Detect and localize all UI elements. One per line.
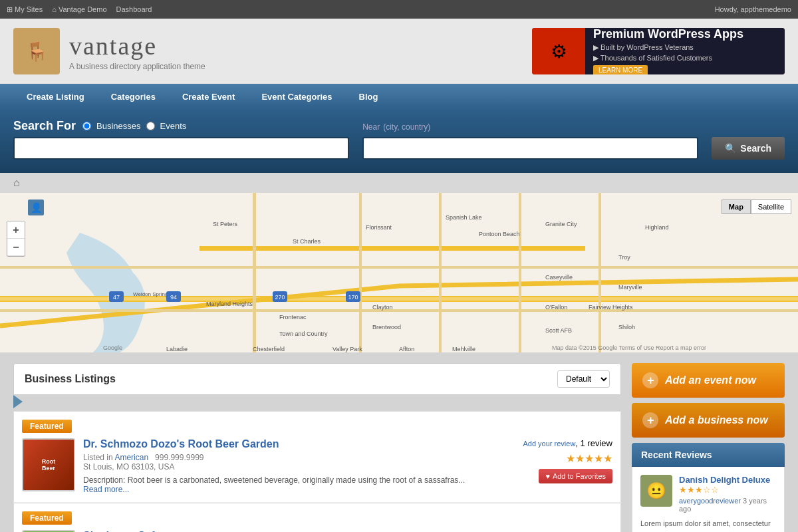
svg-text:Maryville: Maryville: [618, 284, 642, 291]
near-group: Near (city, country): [362, 119, 698, 160]
review-count-1: 1 review: [581, 438, 612, 448]
add-business-plus-icon: +: [642, 412, 658, 428]
svg-text:Granite City: Granite City: [545, 221, 577, 227]
blog-link[interactable]: Blog: [346, 84, 392, 110]
listing-inner-1: RootBeer Dr. Schmozo Dozo's Root Beer Ga…: [22, 438, 612, 494]
nav-item-blog: Blog: [346, 84, 392, 110]
svg-text:47: 47: [113, 294, 120, 301]
add-review-1[interactable]: Add your review: [523, 440, 575, 448]
satellite-view-button[interactable]: Satellite: [751, 200, 791, 214]
search-button[interactable]: 🔍 Search: [712, 137, 785, 160]
svg-text:Weldon Spring: Weldon Spring: [133, 291, 168, 297]
triangle-indicator: [13, 395, 23, 408]
street-view-icon[interactable]: 👤: [28, 200, 44, 215]
svg-text:Pontoon Beach: Pontoon Beach: [479, 231, 520, 237]
map-zoom-controls: + −: [7, 221, 25, 257]
review-card: 😐 Danish Delight Deluxe ★★★☆☆ averygoodr…: [632, 467, 785, 532]
create-listing-link[interactable]: Create Listing: [13, 84, 98, 110]
admin-left: ⊞ My Sites ⌂ Vantage Demo Dashboard: [7, 5, 708, 14]
svg-text:Scott AFB: Scott AFB: [545, 327, 572, 334]
svg-text:Frontenac: Frontenac: [279, 314, 307, 321]
main-content: Business Listings Default A-Z Z-A Newest…: [0, 352, 798, 532]
listing-card-2: Featured Cafe Shadetree Cafe Listed in V…: [13, 503, 621, 532]
svg-text:Fairview Heights: Fairview Heights: [589, 304, 633, 311]
add-to-favorites-1[interactable]: ♥ Add to Favorites: [539, 469, 612, 483]
listing-card-1: Featured RootBeer Dr. Schmozo Dozo's Roo…: [13, 411, 621, 503]
listings-column: Business Listings Default A-Z Z-A Newest…: [13, 363, 621, 532]
near-hint: (city, country): [383, 122, 430, 132]
svg-text:Highland: Highland: [645, 224, 669, 231]
reviewer-name[interactable]: averygoodreviewer: [679, 497, 741, 505]
search-input[interactable]: [13, 137, 349, 160]
read-more-1[interactable]: Read more...: [83, 485, 129, 494]
recent-reviews-header: Recent Reviews: [632, 443, 785, 467]
svg-text:Shiloh: Shiloh: [618, 324, 635, 331]
categories-link[interactable]: Categories: [98, 84, 169, 110]
search-icon: 🔍: [725, 143, 736, 154]
events-label: Events: [160, 121, 187, 131]
svg-rect-6: [439, 193, 442, 352]
nav-list: Create Listing Categories Create Event E…: [13, 84, 785, 110]
map-svg: Missouri River St Charles St Peters Flor…: [0, 193, 798, 352]
reviewer-avatar: 😐: [640, 475, 672, 507]
svg-text:Maryland Heights: Maryland Heights: [206, 301, 253, 307]
ad-sub2: ▶ Thousands of Satisfied Customers: [593, 54, 777, 63]
near-input[interactable]: [362, 137, 698, 160]
map-view-button[interactable]: Map: [722, 200, 751, 214]
featured-badge-1: Featured: [22, 420, 72, 433]
nav-item-categories: Categories: [98, 84, 169, 110]
sidebar: + Add an event now + Add a business now …: [632, 363, 785, 532]
svg-text:270: 270: [275, 294, 285, 301]
listings-title: Business Listings: [25, 373, 116, 385]
nav-item-create-listing: Create Listing: [13, 84, 98, 110]
listing-right-1: Add your review, 1 review ★★★★★ ♥ Add to…: [479, 438, 612, 494]
ad-banner[interactable]: ⚙ Premium WordPress Apps ▶ Built by Word…: [532, 28, 785, 74]
breadcrumb: ⌂: [0, 173, 798, 193]
svg-text:94: 94: [170, 294, 177, 301]
ad-learn-more-button[interactable]: LEARN MORE: [593, 65, 648, 74]
logo-area: 🪑 vantage A business directory applicati…: [13, 28, 205, 74]
ad-content: Premium WordPress Apps ▶ Built by WordPr…: [585, 28, 785, 74]
nav-item-create-event: Create Event: [169, 84, 248, 110]
listing-desc-1: Description: Root beer is a carbonated, …: [83, 475, 471, 494]
heart-icon-1: ♥: [545, 472, 550, 480]
businesses-radio[interactable]: [82, 122, 91, 130]
dashboard-link[interactable]: Dashboard: [116, 5, 152, 14]
sort-select[interactable]: Default A-Z Z-A Newest Rating: [557, 370, 610, 388]
review-info: Danish Delight Deluxe ★★★☆☆ averygoodrev…: [679, 475, 776, 513]
svg-text:Labadie: Labadie: [166, 346, 188, 352]
review-biz-name[interactable]: Danish Delight Deluxe: [679, 475, 776, 485]
nav-item-event-categories: Event Categories: [248, 84, 345, 110]
search-for-label: Search For Businesses Events: [13, 119, 349, 133]
svg-rect-8: [598, 193, 601, 352]
map-type-controls: Map Satellite: [722, 200, 791, 214]
listing-name-1[interactable]: Dr. Schmozo Dozo's Root Beer Garden: [83, 438, 471, 450]
add-event-button[interactable]: + Add an event now: [632, 363, 785, 398]
review-text: Lorem ipsum dolor sit amet, consectetur …: [640, 518, 776, 532]
listing-category-1[interactable]: American: [114, 453, 148, 462]
reviewer-meta: averygoodreviewer 3 years ago: [679, 497, 776, 513]
events-radio[interactable]: [146, 122, 155, 130]
listing-meta-1: Listed in American 999.999.9999: [83, 453, 471, 462]
add-business-button[interactable]: + Add a business now: [632, 403, 785, 438]
zoom-out-button[interactable]: −: [7, 239, 25, 256]
svg-text:Valley Park: Valley Park: [332, 346, 362, 352]
svg-text:Map data ©2015 Google  Terms o: Map data ©2015 Google Terms of Use Repor…: [552, 344, 706, 351]
map-container: Missouri River St Charles St Peters Flor…: [0, 193, 798, 352]
site-title[interactable]: vantage: [69, 31, 205, 61]
search-section: Search For Businesses Events Near (city,…: [0, 110, 798, 173]
main-nav: Create Listing Categories Create Event E…: [0, 84, 798, 110]
create-event-link[interactable]: Create Event: [169, 84, 248, 110]
review-stars: ★★★☆☆: [679, 485, 776, 495]
vantage-demo-link[interactable]: ⌂ Vantage Demo: [52, 5, 106, 14]
svg-text:Chesterfield: Chesterfield: [253, 346, 285, 352]
svg-text:170: 170: [348, 294, 358, 301]
zoom-in-button[interactable]: +: [7, 221, 25, 239]
svg-text:Brentwood: Brentwood: [372, 324, 401, 331]
event-categories-link[interactable]: Event Categories: [248, 84, 345, 110]
header: 🪑 vantage A business directory applicati…: [0, 19, 798, 84]
svg-text:Spanish Lake: Spanish Lake: [446, 214, 482, 221]
site-tagline: A business directory application theme: [69, 62, 205, 71]
home-icon[interactable]: ⌂: [13, 177, 20, 188]
my-sites-link[interactable]: ⊞ My Sites: [7, 5, 43, 14]
